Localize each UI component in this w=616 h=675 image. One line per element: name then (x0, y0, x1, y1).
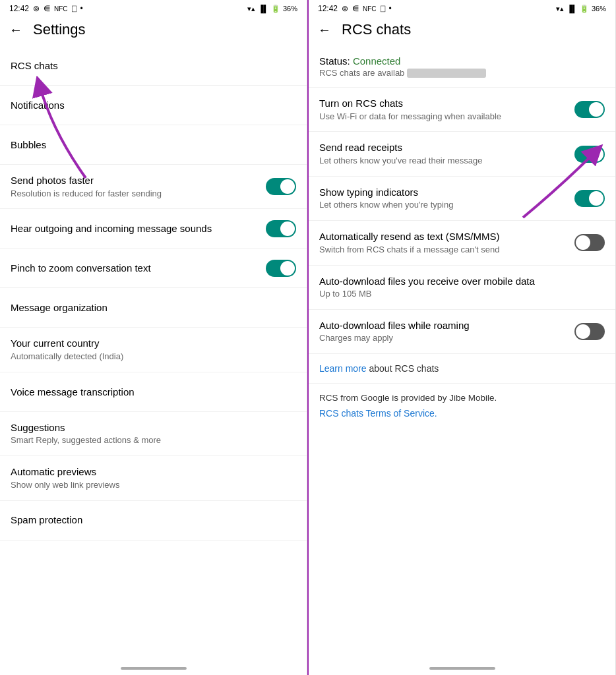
left-battery: 36% (283, 5, 297, 13)
setting-spam[interactable]: Spam protection (0, 501, 307, 541)
pinch-zoom-toggle[interactable] (266, 260, 296, 277)
right-time: 12:42 (318, 4, 338, 13)
right-signal-icon: ▐▌ (567, 5, 577, 13)
typing-toggle[interactable] (574, 190, 605, 207)
wifi-icon: ▾▴ (247, 5, 255, 13)
right-grid-icon: ⋹ (352, 4, 359, 13)
cast-icon: ⎕ (72, 4, 77, 13)
setting-auto-download-mobile[interactable]: Auto-download files you receive over mob… (309, 266, 615, 310)
rcs-chats-label: RCS chats (11, 59, 296, 73)
left-bottom-line (121, 667, 187, 670)
rcs-sub-text: RCS chats are availab (319, 68, 404, 78)
left-back-button[interactable]: ← (9, 22, 22, 38)
setting-pinch-zoom[interactable]: Pinch to zoom conversation text (0, 249, 307, 288)
turn-on-rcs-toggle[interactable] (574, 101, 605, 118)
typing-sub: Let others know when you're typing (319, 200, 567, 211)
country-sub: Automatically detected (India) (11, 351, 296, 363)
status-row: Status: Connected (319, 55, 605, 67)
setting-sounds[interactable]: Hear outgoing and incoming message sound… (0, 209, 307, 249)
right-page-title: RCS chats (342, 21, 411, 38)
auto-resend-toggle[interactable] (574, 234, 605, 251)
right-wifi-icon: ▾▴ (556, 5, 564, 13)
rcs-footer: RCS from Google is provided by Jibe Mobi… (309, 383, 615, 428)
right-top-bar: ← RCS chats (309, 16, 615, 46)
left-status-bar: 12:42 ⊚ ⋹ NFC ⎕ • ▾▴ ▐▌ 🔋 36% (0, 0, 307, 16)
signal-icon: ▐▌ (258, 5, 268, 13)
learn-more-row: Learn more about RCS chats (309, 354, 615, 383)
auto-resend-label: Automatically resend as text (SMS/MMS) (319, 230, 567, 243)
auto-previews-sub: Show only web link previews (11, 480, 296, 491)
sounds-label: Hear outgoing and incoming message sound… (11, 222, 258, 235)
right-battery: 36% (592, 5, 606, 13)
setting-bubbles[interactable]: Bubbles (0, 125, 307, 165)
right-whatsapp-icon: ⊚ (342, 4, 348, 13)
setting-auto-download-roaming[interactable]: Auto-download files while roaming Charge… (309, 310, 615, 354)
status-value: Connected (353, 55, 401, 67)
send-photos-toggle[interactable] (266, 178, 296, 195)
right-nfc-icon: NFC (363, 5, 377, 13)
auto-dl-roaming-label: Auto-download files while roaming (319, 319, 567, 332)
setting-typing-indicators[interactable]: Show typing indicators Let others know w… (309, 177, 615, 221)
suggestions-sub: Smart Reply, suggested actions & more (11, 435, 296, 446)
turn-on-rcs-label: Turn on RCS chats (319, 97, 567, 110)
learn-more-suffix: about RCS chats (367, 363, 439, 374)
learn-more-link[interactable]: Learn more (319, 363, 367, 374)
right-panel: 12:42 ⊚ ⋹ NFC ⎕ • ▾▴ ▐▌ 🔋 36% ← RCS chat… (309, 0, 616, 675)
whatsapp-icon: ⊚ (33, 4, 40, 13)
right-bottom-line (429, 667, 495, 670)
auto-dl-mobile-sub: Up to 105 MB (319, 289, 605, 300)
setting-auto-previews[interactable]: Automatic previews Show only web link pr… (0, 456, 307, 500)
setting-suggestions[interactable]: Suggestions Smart Reply, suggested actio… (0, 412, 307, 456)
spam-label: Spam protection (11, 514, 296, 527)
right-settings-list: Turn on RCS chats Use Wi-Fi or data for … (309, 88, 615, 662)
auto-resend-sub: Switch from RCS chats if a message can't… (319, 245, 567, 256)
rcs-status-item: Status: Connected RCS chats are availab (309, 46, 615, 88)
footer-line1: RCS from Google is provided by Jibe Mobi… (319, 392, 605, 405)
left-time: 12:42 (9, 4, 29, 13)
setting-msg-org[interactable]: Message organization (0, 288, 307, 328)
setting-turn-on-rcs[interactable]: Turn on RCS chats Use Wi-Fi or data for … (309, 88, 615, 132)
footer-tos-link[interactable]: RCS chats Terms of Service. (319, 407, 605, 421)
right-back-button[interactable]: ← (318, 22, 331, 38)
left-page-title: Settings (33, 21, 86, 38)
read-receipts-sub: Let others know you've read their messag… (319, 156, 567, 167)
send-photos-label: Send photos faster (11, 174, 258, 187)
left-top-bar: ← Settings (0, 16, 307, 46)
status-label: Status: (319, 55, 350, 67)
send-photos-sub: Resolution is reduced for faster sending (11, 189, 258, 200)
right-battery-icon: 🔋 (580, 5, 589, 13)
msg-org-label: Message organization (11, 301, 296, 314)
right-cast-icon: ⎕ (381, 4, 385, 13)
left-settings-list: RCS chats Notifications Bubbles Send pho… (0, 46, 307, 662)
read-receipts-toggle[interactable] (574, 146, 605, 163)
notifications-label: Notifications (11, 99, 296, 112)
country-label: Your current country (11, 337, 296, 350)
voice-label: Voice message transcription (11, 386, 296, 399)
setting-notifications[interactable]: Notifications (0, 86, 307, 125)
setting-auto-resend[interactable]: Automatically resend as text (SMS/MMS) S… (309, 221, 615, 265)
sounds-toggle[interactable] (266, 220, 296, 237)
dot-icon: • (80, 4, 83, 13)
auto-dl-mobile-label: Auto-download files you receive over mob… (319, 275, 605, 288)
left-bottom-bar (0, 662, 307, 675)
battery-icon: 🔋 (271, 5, 280, 13)
pinch-zoom-label: Pinch to zoom conversation text (11, 262, 258, 275)
auto-dl-roaming-toggle[interactable] (574, 323, 605, 340)
setting-rcs-chats[interactable]: RCS chats (0, 46, 307, 86)
blurred-content (407, 69, 486, 78)
nfc-icon: NFC (54, 5, 68, 13)
setting-country[interactable]: Your current country Automatically detec… (0, 328, 307, 372)
left-panel: 12:42 ⊚ ⋹ NFC ⎕ • ▾▴ ▐▌ 🔋 36% ← Settings (0, 0, 307, 675)
bubbles-label: Bubbles (11, 138, 296, 152)
right-status-bar: 12:42 ⊚ ⋹ NFC ⎕ • ▾▴ ▐▌ 🔋 36% (309, 0, 615, 16)
rcs-sub-row: RCS chats are availab (319, 68, 605, 78)
auto-previews-label: Automatic previews (11, 465, 296, 479)
setting-read-receipts[interactable]: Send read receipts Let others know you'v… (309, 132, 615, 176)
right-bottom-bar (309, 662, 615, 675)
auto-dl-roaming-sub: Charges may apply (319, 333, 567, 344)
suggestions-label: Suggestions (11, 421, 296, 434)
setting-send-photos[interactable]: Send photos faster Resolution is reduced… (0, 165, 307, 209)
read-receipts-label: Send read receipts (319, 141, 567, 154)
setting-voice-transcription[interactable]: Voice message transcription (0, 372, 307, 412)
right-dot-icon: • (389, 4, 392, 13)
